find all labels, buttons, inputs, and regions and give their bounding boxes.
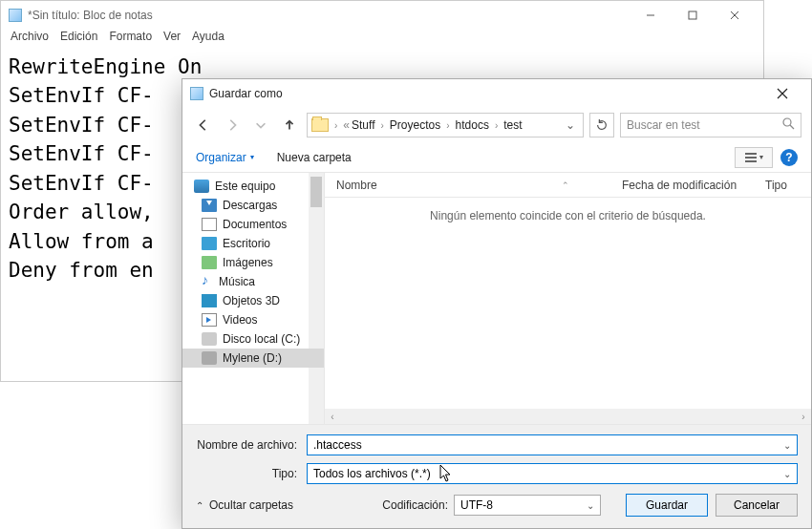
tree-documentos[interactable]: Documentos xyxy=(182,215,324,234)
music-icon xyxy=(202,275,213,288)
dialog-icon xyxy=(190,87,203,100)
filetype-select[interactable]: Todos los archivos (*.*)⌄ xyxy=(307,463,798,484)
videos-icon xyxy=(202,313,217,327)
dialog-bottom-panel: Nombre de archivo: .htaccess⌄ Tipo: Todo… xyxy=(182,424,811,528)
tree-mylene[interactable]: Mylene (D:) xyxy=(182,349,324,368)
tree-este-equipo[interactable]: Este equipo xyxy=(182,177,324,196)
crumb-htdocs[interactable]: htdocs xyxy=(456,118,489,132)
cancel-button[interactable]: Cancelar xyxy=(716,494,798,517)
notepad-menubar: Archivo Edición Formato Ver Ayuda xyxy=(1,30,763,49)
filename-label: Nombre de archivo: xyxy=(196,438,307,452)
file-list[interactable]: Nombre⌃ Fecha de modificación Tipo Ningú… xyxy=(324,173,811,424)
col-tipo[interactable]: Tipo xyxy=(754,179,811,192)
search-icon xyxy=(782,117,795,133)
svg-point-1 xyxy=(783,118,791,126)
saveas-titlebar[interactable]: Guardar como xyxy=(182,79,811,108)
search-placeholder: Buscar en test xyxy=(627,118,700,132)
maximize-button[interactable] xyxy=(672,2,714,29)
tree-imagenes[interactable]: Imágenes xyxy=(182,253,324,272)
nav-recent-dropdown[interactable] xyxy=(249,114,272,137)
menu-edicion[interactable]: Edición xyxy=(60,30,97,49)
notepad-title: *Sin título: Bloc de notas xyxy=(28,9,630,22)
column-headers: Nombre⌃ Fecha de modificación Tipo xyxy=(325,173,811,198)
encoding-label: Codificación: xyxy=(382,498,448,512)
nav-forward-button[interactable] xyxy=(221,114,244,137)
tree-descargas[interactable]: Descargas xyxy=(182,196,324,215)
minimize-button[interactable] xyxy=(630,2,672,29)
nav-row: › « Stuff › Proyectos › htdocs › test ⌄ … xyxy=(182,108,811,142)
hide-folders-toggle[interactable]: ⌃Ocultar carpetas xyxy=(196,498,293,512)
drive-icon xyxy=(202,351,217,365)
dialog-close-button[interactable] xyxy=(761,83,803,104)
crumb-proyectos[interactable]: Proyectos xyxy=(390,118,440,132)
tree-musica[interactable]: Música xyxy=(182,272,324,291)
documents-icon xyxy=(202,218,217,231)
nav-up-button[interactable] xyxy=(278,114,301,137)
images-icon xyxy=(202,256,217,269)
type-label: Tipo: xyxy=(196,467,307,480)
address-bar[interactable]: › « Stuff › Proyectos › htdocs › test ⌄ xyxy=(307,113,584,138)
menu-archivo[interactable]: Archivo xyxy=(11,30,49,49)
organize-button[interactable]: Organizar▾ xyxy=(196,151,254,164)
nav-back-button[interactable] xyxy=(192,114,215,137)
pc-icon xyxy=(194,180,209,193)
tree-escritorio[interactable]: Escritorio xyxy=(182,234,324,253)
address-dropdown[interactable]: ⌄ xyxy=(562,118,579,132)
tree-diskc[interactable]: Disco local (C:) xyxy=(182,329,324,349)
new-folder-button[interactable]: Nueva carpeta xyxy=(277,151,352,164)
search-input[interactable]: Buscar en test xyxy=(620,113,801,138)
col-fecha[interactable]: Fecha de modificación xyxy=(610,179,754,192)
filename-input[interactable]: .htaccess⌄ xyxy=(307,434,798,455)
crumb-stuff[interactable]: Stuff xyxy=(352,118,374,132)
dialog-title: Guardar como xyxy=(209,87,761,100)
col-nombre[interactable]: Nombre⌃ xyxy=(325,179,610,192)
svg-rect-2 xyxy=(745,153,757,155)
explorer-toolbar: Organizar▾ Nueva carpeta ▾ ? xyxy=(182,142,811,173)
crumb-overflow[interactable]: « xyxy=(343,118,350,132)
desktop-icon xyxy=(202,237,217,250)
svg-rect-4 xyxy=(745,160,757,162)
save-button[interactable]: Guardar xyxy=(626,494,708,517)
saveas-dialog: Guardar como › « Stuff › Proyectos › htd… xyxy=(182,78,812,529)
close-button[interactable] xyxy=(714,2,756,29)
svg-rect-0 xyxy=(689,11,696,19)
encoding-select[interactable]: UTF-8⌄ xyxy=(454,495,601,516)
refresh-button[interactable] xyxy=(589,113,614,138)
horizontal-scrollbar[interactable]: ‹› xyxy=(325,409,811,424)
notepad-icon xyxy=(9,9,22,22)
menu-ver[interactable]: Ver xyxy=(163,30,181,49)
menu-ayuda[interactable]: Ayuda xyxy=(192,30,224,49)
objects3d-icon xyxy=(202,294,217,307)
notepad-titlebar[interactable]: *Sin título: Bloc de notas xyxy=(1,1,763,30)
downloads-icon xyxy=(202,199,217,212)
folder-icon xyxy=(311,118,329,132)
tree-videos[interactable]: Videos xyxy=(182,310,324,329)
empty-message: Ningún elemento coincide con el criterio… xyxy=(325,198,811,222)
disk-icon xyxy=(202,332,217,346)
folder-tree[interactable]: Este equipo Descargas Documentos Escrito… xyxy=(182,173,324,424)
crumb-test[interactable]: test xyxy=(503,118,522,132)
tree-objetos3d[interactable]: Objetos 3D xyxy=(182,291,324,310)
help-button[interactable]: ? xyxy=(780,149,798,166)
svg-rect-3 xyxy=(745,157,757,159)
menu-formato[interactable]: Formato xyxy=(109,30,152,49)
view-mode-button[interactable]: ▾ xyxy=(735,147,773,168)
